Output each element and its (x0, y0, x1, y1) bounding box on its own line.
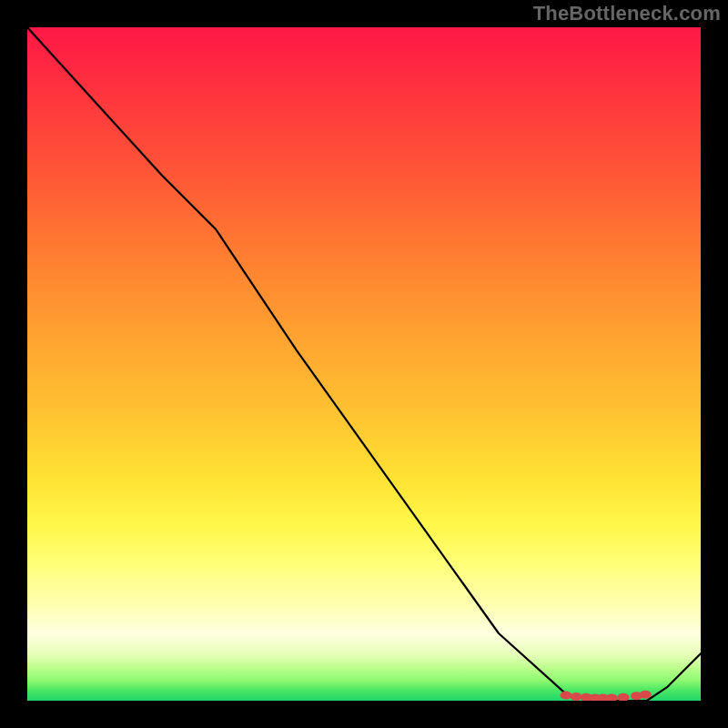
chart-overlay (27, 27, 701, 701)
marker-dot (617, 693, 629, 701)
marker-dot (640, 691, 652, 699)
marker-dot (561, 692, 572, 700)
chart-curve (27, 27, 701, 701)
plot-area (27, 27, 701, 701)
chart-frame: TheBottleneck.com (0, 0, 728, 728)
watermark-label: TheBottleneck.com (533, 2, 721, 25)
marker-cluster (561, 691, 652, 701)
marker-dot (571, 693, 582, 701)
marker-dot (606, 694, 618, 702)
